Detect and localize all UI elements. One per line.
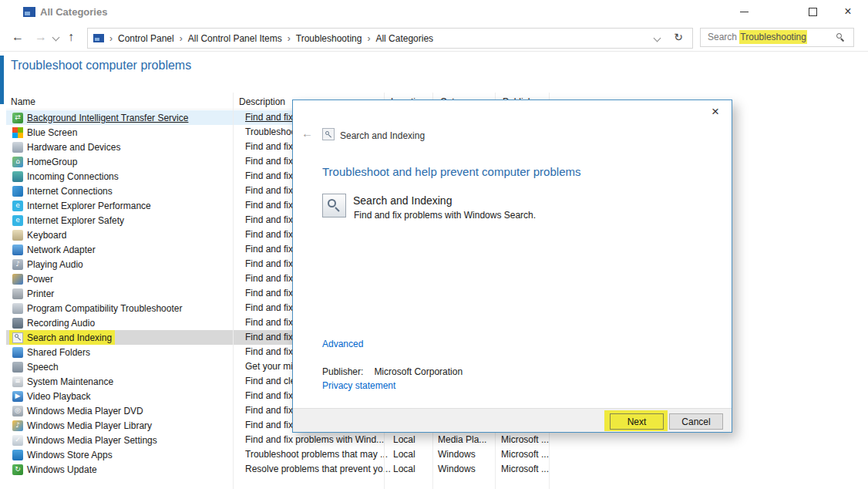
address-dropdown-chevron-icon[interactable] xyxy=(654,35,661,42)
minimize-button[interactable] xyxy=(727,0,761,23)
row-name: Search and Indexing xyxy=(27,332,112,343)
row-name-cell[interactable]: Blue Screen xyxy=(9,125,80,140)
row-name: Blue Screen xyxy=(27,127,77,138)
row-name: Video Playback xyxy=(27,391,91,402)
row-name: Speech xyxy=(27,362,59,373)
breadcrumb-item[interactable]: Control Panel xyxy=(118,33,174,44)
recent-locations-chevron-icon[interactable] xyxy=(52,34,60,42)
dialog-title-magnifier-icon xyxy=(322,128,335,140)
advanced-link[interactable]: Advanced xyxy=(322,339,363,349)
row-description[interactable]: Troubleshoot problems that may ... xyxy=(239,447,388,462)
maximize-icon xyxy=(809,8,817,16)
system-maintenance-icon: ≡ xyxy=(12,376,23,387)
keyboard-icon xyxy=(12,230,23,241)
row-name-cell[interactable]: Shared Folders xyxy=(9,345,93,359)
row-name-cell[interactable]: e Internet Explorer Safety xyxy=(9,213,127,228)
page-title: Troubleshoot computer problems xyxy=(11,59,191,73)
row-name: Windows Media Player Settings xyxy=(27,435,157,446)
breadcrumb-item[interactable]: Troubleshooting xyxy=(296,33,362,44)
row-description[interactable]: Get your mic xyxy=(239,359,298,374)
row-name: Internet Explorer Safety xyxy=(27,215,124,226)
dialog-close-button[interactable]: × xyxy=(712,105,719,118)
row-name-cell[interactable]: Internet Connections xyxy=(9,184,116,198)
row-publisher: Microsoft ... xyxy=(501,447,549,462)
breadcrumb-item[interactable]: All Categories xyxy=(375,33,433,44)
table-row[interactable]: ✓ Windows Media Player Settings Find and… xyxy=(6,433,568,447)
close-icon: × xyxy=(844,5,851,19)
network-adapter-icon xyxy=(12,244,23,255)
row-name-cell[interactable]: ♪ Playing Audio xyxy=(9,257,86,271)
row-name-cell[interactable]: e Internet Explorer Performance xyxy=(9,198,154,213)
row-name-cell[interactable]: Keyboard xyxy=(9,228,69,242)
maximize-button[interactable] xyxy=(796,0,829,23)
row-name-cell[interactable]: Search and Indexing xyxy=(9,330,115,345)
table-row[interactable]: ↻ Windows Update Resolve problems that p… xyxy=(6,462,568,477)
title-bar: All Categories × xyxy=(0,0,868,25)
row-name-cell[interactable]: Windows Store Apps xyxy=(9,447,116,462)
row-name-cell[interactable]: ↻ Windows Update xyxy=(9,462,100,477)
up-button[interactable]: ↑ xyxy=(68,30,74,44)
row-name-cell[interactable]: Recording Audio xyxy=(9,315,98,330)
breadcrumb-item[interactable]: All Control Panel Items xyxy=(188,33,282,44)
row-name: Internet Explorer Performance xyxy=(27,201,151,211)
ie-performance-icon: e xyxy=(12,201,23,211)
row-name-cell[interactable]: ♪ Windows Media Player Library xyxy=(9,418,155,433)
row-name-cell[interactable]: Printer xyxy=(9,286,57,301)
cancel-button[interactable]: Cancel xyxy=(669,413,723,430)
dialog-item-title: Search and Indexing xyxy=(353,194,452,207)
dialog-back-button[interactable]: ← xyxy=(301,126,313,140)
row-description[interactable]: Resolve problems that prevent yo... xyxy=(239,462,391,477)
row-name: Background Intelligent Transfer Service xyxy=(27,113,188,123)
wmp-settings-icon: ✓ xyxy=(12,435,23,446)
hardware-devices-icon xyxy=(12,142,23,153)
search-input[interactable]: Search Troubleshooting xyxy=(700,28,854,47)
column-header-description[interactable]: Description xyxy=(239,96,285,107)
row-publisher: Microsoft ... xyxy=(501,433,549,447)
close-button[interactable]: × xyxy=(831,0,865,23)
row-description[interactable]: Find and fix problems with Wind... xyxy=(239,433,384,447)
address-bar[interactable]: ›Control Panel›All Control Panel Items›T… xyxy=(87,28,693,49)
ie-safety-icon: e xyxy=(12,215,23,226)
row-name-cell[interactable]: Hardware and Devices xyxy=(9,140,123,154)
row-name: Windows Media Player DVD xyxy=(27,406,143,416)
row-name-cell[interactable]: ✓ Windows Media Player Settings xyxy=(9,433,160,447)
next-button[interactable]: Next xyxy=(610,413,664,430)
row-name-cell[interactable]: Power xyxy=(9,271,56,286)
power-icon xyxy=(12,274,23,285)
privacy-statement-link[interactable]: Privacy statement xyxy=(322,380,395,391)
video-playback-icon: ▶ xyxy=(12,391,23,402)
back-button[interactable]: ← xyxy=(12,30,24,44)
row-name-cell[interactable]: Incoming Connections xyxy=(9,169,122,184)
search-icon[interactable] xyxy=(836,33,846,42)
breadcrumb-separator-icon: › xyxy=(367,33,370,44)
background-window-edge xyxy=(0,56,4,104)
recording-audio-icon xyxy=(12,318,23,329)
row-location: Local xyxy=(393,447,415,462)
refresh-button[interactable]: ↻ xyxy=(674,31,683,43)
row-name-cell[interactable]: Network Adapter xyxy=(9,242,99,257)
column-header-name[interactable]: Name xyxy=(11,96,35,107)
publisher-label: Publisher: xyxy=(322,366,363,377)
bits-transfer-icon: ⇄ xyxy=(12,113,23,123)
breadcrumb-separator-icon: › xyxy=(288,33,291,44)
row-publisher: Microsoft ... xyxy=(501,462,549,477)
row-name-cell[interactable]: ⇄ Background Intelligent Transfer Servic… xyxy=(9,110,191,125)
row-name-cell[interactable]: Speech xyxy=(9,359,62,374)
row-category: Media Pla... xyxy=(438,433,486,447)
homegroup-icon: ⌂ xyxy=(12,157,23,167)
publisher-line: Publisher:Microsoft Corporation xyxy=(322,366,463,377)
row-name-cell[interactable]: Program Compatibility Troubleshooter xyxy=(9,301,185,315)
windows-update-icon: ↻ xyxy=(12,464,23,475)
row-name-cell[interactable]: ⌂ HomeGroup xyxy=(9,154,80,169)
row-name-cell[interactable]: ▶ Video Playback xyxy=(9,389,94,403)
wmp-dvd-icon: ◎ xyxy=(12,406,23,416)
windows-store-apps-icon xyxy=(12,450,23,460)
search-highlighted-text: Troubleshooting xyxy=(739,30,807,44)
minimize-icon xyxy=(740,12,749,12)
row-name-cell[interactable]: ◎ Windows Media Player DVD xyxy=(9,403,146,418)
table-row[interactable]: Windows Store Apps Troubleshoot problems… xyxy=(6,447,568,462)
row-name-cell[interactable]: ≡ System Maintenance xyxy=(9,374,116,389)
breadcrumb-separator-icon: › xyxy=(180,33,183,44)
row-description[interactable]: Troubleshoot xyxy=(239,125,299,140)
forward-button[interactable]: → xyxy=(35,30,47,44)
